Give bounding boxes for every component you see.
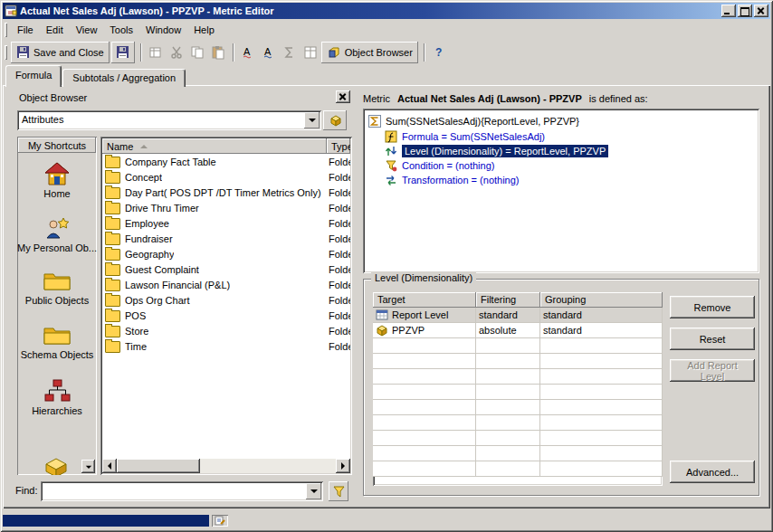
table-empty-row	[373, 354, 663, 369]
list-item[interactable]: StoreFolde	[102, 323, 350, 338]
save-button[interactable]	[111, 42, 135, 63]
browse-level-up-button[interactable]	[323, 110, 347, 130]
level-icon	[385, 145, 397, 157]
list-item[interactable]: EmployeeFolde	[102, 215, 350, 231]
horizontal-scrollbar[interactable]	[102, 459, 350, 473]
menu-tools[interactable]: Tools	[103, 22, 139, 38]
folder-icon	[105, 264, 120, 276]
object-type-value: Attributes	[22, 114, 63, 125]
find-combo[interactable]	[41, 481, 323, 501]
cut-button[interactable]	[167, 43, 186, 62]
scrollbar-thumb[interactable]	[117, 459, 200, 473]
column-header-grouping[interactable]: Grouping	[540, 292, 663, 308]
toolbar-separator	[424, 43, 425, 62]
column-header-target[interactable]: Target	[373, 292, 476, 308]
column-header-filtering[interactable]: Filtering	[476, 292, 540, 308]
definition-transformation-node[interactable]: Transformation = (nothing)	[385, 173, 520, 187]
paste-button[interactable]	[208, 43, 228, 62]
levels-button[interactable]	[301, 43, 320, 62]
table-row-report-level[interactable]: Report Level standard standard	[373, 308, 663, 323]
list-item[interactable]: TimeFolde	[102, 338, 350, 354]
format-button[interactable]: A	[259, 43, 279, 62]
list-item[interactable]: POSFolde	[102, 308, 350, 323]
sigma-button[interactable]	[280, 43, 300, 62]
rename-button[interactable]: A	[238, 43, 258, 62]
titlebar[interactable]: Actual Net Sales Adj (Lawson) - PPZVP - …	[3, 3, 770, 19]
find-dropdown-button[interactable]	[306, 483, 321, 499]
menubar-grip[interactable]	[5, 23, 7, 37]
definition-text: Transformation = (nothing)	[402, 175, 520, 185]
add-report-level-button: Add Report Level	[670, 359, 755, 382]
list-item[interactable]: ConceptFolde	[102, 169, 350, 185]
list-item[interactable]: Day Part( POS DPT /DT Timer Metrics Only…	[102, 185, 350, 200]
find-filter-button[interactable]	[329, 481, 348, 501]
table-cell	[476, 400, 540, 415]
folder-name: Geography	[125, 249, 174, 260]
my-shortcuts-header[interactable]: My Shortcuts	[18, 138, 96, 153]
list-item[interactable]: Lawson Financial (P&L)Folde	[102, 277, 350, 292]
target-cell: PPZVP	[373, 323, 476, 338]
list-item[interactable]: Company Fact TableFolde	[102, 154, 350, 169]
definition-level-node[interactable]: Level (Dimensionality) = ReportLevel, PP…	[385, 144, 608, 158]
reset-button[interactable]: Reset	[670, 328, 755, 350]
tab-subtotals-aggregation[interactable]: Subtotals / Aggregation	[62, 69, 186, 87]
definition-text: Condition = (nothing)	[402, 160, 494, 171]
shortcut-my-personal-objects[interactable]: My Personal Ob...	[17, 208, 97, 262]
toolbar-grip[interactable]	[5, 45, 7, 60]
definition-condition-node[interactable]: Condition = (nothing)	[385, 158, 494, 173]
object-browser-label: Object Browser	[345, 47, 413, 58]
dropdown-arrow-button[interactable]	[304, 112, 320, 128]
scroll-right-button[interactable]	[336, 459, 350, 473]
menu-window[interactable]: Window	[139, 22, 187, 38]
menu-view[interactable]: View	[70, 22, 104, 38]
menu-file[interactable]: File	[11, 22, 40, 38]
tab-strip: Formula Subtotals / Aggregation	[5, 66, 186, 87]
list-item[interactable]: FundraiserFolde	[102, 231, 350, 246]
shortcut-scroll-down-button[interactable]	[81, 460, 95, 473]
object-browser-close-button[interactable]	[336, 90, 350, 103]
folder-icon	[105, 326, 120, 337]
object-browser-toggle[interactable]: Object Browser	[321, 42, 418, 63]
help-button[interactable]: ?	[429, 43, 449, 62]
list-item[interactable]: Drive Thru TimerFolde	[102, 200, 350, 215]
minimize-button[interactable]	[721, 5, 736, 17]
scroll-left-button[interactable]	[102, 459, 117, 473]
definition-formula-node[interactable]: Formula = Sum(SSNetSalesAdj)	[385, 129, 545, 144]
shortcut-public-objects[interactable]: Public Objects	[17, 262, 97, 317]
shortcut-home[interactable]: Home	[17, 154, 97, 208]
list-item[interactable]: Ops Org ChartFolde	[102, 292, 350, 308]
table-header-row: Target Filtering Grouping	[373, 292, 663, 308]
remove-button[interactable]: Remove	[670, 296, 755, 318]
folder-name: POS	[125, 310, 146, 321]
copy-button[interactable]	[187, 43, 207, 62]
maximize-button[interactable]	[738, 5, 752, 17]
shortcut-hierarchies[interactable]: Hierarchies	[17, 371, 97, 425]
table-icon	[303, 45, 318, 60]
column-header-name[interactable]: Name	[102, 138, 327, 154]
folder-type: Folde	[329, 233, 350, 244]
find-text-input[interactable]	[43, 484, 302, 499]
table-row-ppzvp[interactable]: PPZVP absolute standard	[373, 323, 663, 338]
shortcut-schema-objects[interactable]: Schema Objects	[17, 317, 97, 371]
tab-formula[interactable]: Formula	[5, 65, 62, 87]
table-cell	[540, 338, 663, 354]
metric-icon	[368, 115, 381, 128]
advanced-button[interactable]: Advanced...	[670, 461, 755, 483]
list-item[interactable]: GeographyFolde	[102, 246, 350, 261]
folder-list: Name Type Company Fact TableFolde Concep…	[100, 137, 352, 475]
close-button[interactable]	[754, 5, 768, 17]
save-and-close-button[interactable]: Save and Close	[11, 42, 110, 63]
save-icon	[16, 45, 30, 59]
column-header-type[interactable]: Type	[327, 138, 350, 154]
table-cell	[540, 385, 663, 400]
object-type-dropdown[interactable]: Attributes	[17, 110, 321, 130]
definition-root-node[interactable]: Sum(SSNetSalesAdj){ReportLevel, PPZVP}	[368, 114, 579, 128]
folder-name: Guest Complaint	[125, 264, 199, 275]
list-item[interactable]: Guest ComplaintFolde	[102, 261, 350, 277]
table-cell	[476, 354, 540, 369]
menu-help[interactable]: Help	[187, 22, 221, 38]
formula-tab-page: Object Browser Attributes My Shortcuts H…	[3, 85, 770, 508]
insert-function-button[interactable]	[146, 43, 166, 62]
table-empty-row	[373, 400, 663, 415]
menu-edit[interactable]: Edit	[40, 22, 70, 38]
